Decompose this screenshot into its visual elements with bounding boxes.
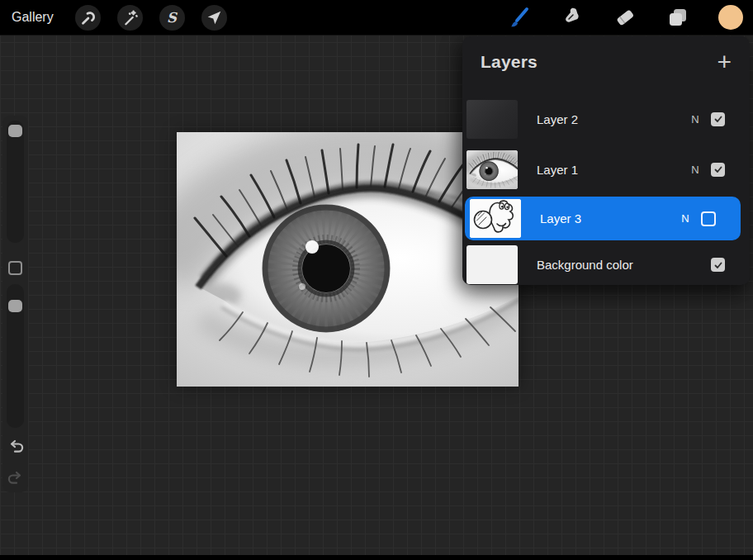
layer-row-layer-1[interactable]: Layer 1 N [462, 148, 750, 191]
check-icon [713, 114, 723, 124]
undo-button[interactable] [6, 438, 26, 458]
svg-text:S: S [167, 10, 178, 26]
procreate-app: Gallery [0, 0, 753, 560]
selection-s-icon: S [163, 8, 181, 26]
gallery-button[interactable]: Gallery [12, 10, 59, 25]
visibility-checkbox[interactable] [711, 112, 725, 126]
redo-icon [7, 471, 25, 487]
layers-panel-header: Layers + [462, 36, 750, 88]
color-swatch-button[interactable] [717, 3, 745, 31]
layer-thumbnail [470, 199, 521, 238]
redo-button[interactable] [6, 469, 26, 489]
brush-opacity-slider[interactable] [7, 284, 24, 428]
toolbar-right-group [505, 3, 753, 31]
magic-wand-icon [121, 8, 139, 26]
brush-opacity-handle[interactable] [8, 300, 22, 312]
layer-name: Layer 1 [537, 163, 684, 177]
layers-button[interactable] [664, 3, 692, 31]
transform-button[interactable] [201, 5, 227, 31]
transform-arrow-icon [205, 8, 223, 26]
modify-button[interactable] [8, 261, 22, 275]
layer-thumbnail [466, 150, 518, 189]
blend-mode-badge[interactable]: N [684, 113, 706, 126]
top-toolbar: Gallery [0, 0, 753, 36]
toolbar-left-group: Gallery [0, 5, 227, 31]
eye-thumbnail [466, 150, 518, 189]
brush-size-slider[interactable] [7, 121, 24, 243]
wrench-icon [78, 8, 97, 26]
actions-button[interactable] [75, 5, 101, 31]
visibility-checkbox[interactable] [701, 211, 716, 226]
layers-stack-icon [666, 6, 689, 29]
blend-mode-badge[interactable]: N [675, 212, 696, 225]
active-color-swatch [718, 5, 743, 30]
layers-panel: Layers + Layer 2 N Layer 1 N [462, 36, 750, 285]
layer-name: Background color [537, 258, 684, 272]
layer-row-background-color[interactable]: Background color [462, 244, 750, 285]
visibility-checkbox[interactable] [711, 258, 725, 272]
paintbrush-icon [507, 5, 532, 30]
layer-name: Layer 2 [537, 112, 684, 126]
smudge-tool-button[interactable] [558, 3, 586, 31]
visibility-checkbox[interactable] [711, 163, 725, 177]
blend-mode-badge[interactable]: N [684, 164, 706, 176]
adjustments-button[interactable] [117, 5, 143, 31]
bottom-edge [0, 555, 753, 560]
check-icon [713, 164, 723, 174]
add-layer-button[interactable]: + [717, 50, 732, 74]
sketch-thumbnail [470, 199, 521, 238]
layer-row-layer-2[interactable]: Layer 2 N [462, 97, 750, 140]
layer-row-layer-3-selected[interactable]: Layer 3 N [465, 197, 741, 240]
layer-thumbnail [466, 245, 518, 284]
layers-panel-title: Layers [481, 52, 538, 72]
smudge-finger-icon [561, 6, 584, 29]
undo-icon [7, 439, 25, 456]
layer-name: Layer 3 [540, 211, 675, 225]
check-icon [713, 260, 723, 270]
erase-tool-button[interactable] [611, 3, 639, 31]
eraser-icon [613, 6, 637, 29]
layer-thumbnail [466, 100, 518, 139]
brush-sidebar [2, 116, 28, 492]
paint-tool-button[interactable] [505, 3, 533, 31]
brush-size-handle[interactable] [8, 125, 22, 137]
selection-button[interactable]: S [159, 5, 185, 31]
